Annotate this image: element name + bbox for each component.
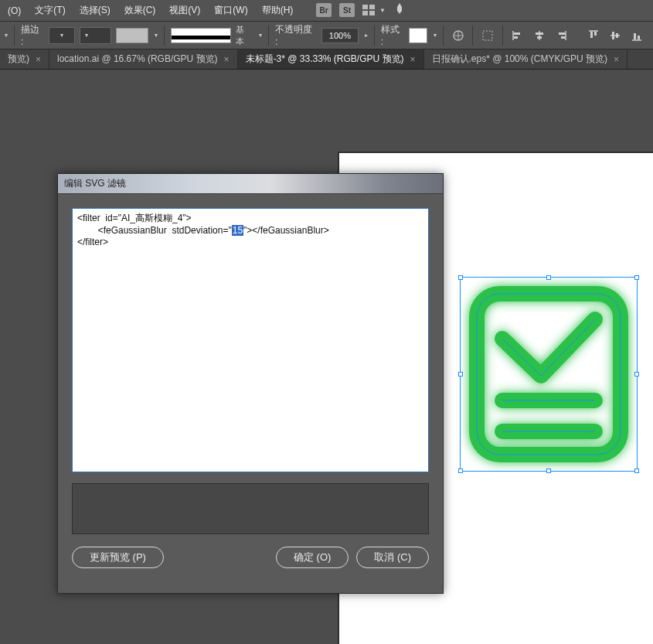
chevron-down-icon[interactable]: ▾ — [434, 32, 437, 39]
stroke-label: 描边 : — [21, 23, 44, 47]
close-icon[interactable]: × — [410, 54, 416, 65]
svg-rect-25 — [638, 36, 640, 39]
selected-object[interactable] — [460, 277, 638, 472]
main-menubar: (O) 文字(T) 选择(S) 效果(C) 视图(V) 窗口(W) 帮助(H) … — [0, 0, 653, 22]
menu-item-window[interactable]: 窗口(W) — [208, 2, 253, 19]
document-tab[interactable]: 预览) × — [0, 49, 49, 69]
selected-text: 15 — [232, 225, 243, 236]
align-vcenter-icon[interactable] — [607, 27, 624, 44]
graphic-style-swatch[interactable] — [409, 28, 427, 43]
align-hcenter-icon[interactable] — [531, 27, 548, 44]
svg-rect-10 — [514, 36, 518, 39]
svg-rect-3 — [369, 11, 375, 15]
stroke-weight-field[interactable]: ▾ — [49, 27, 75, 44]
fill-stroke-dropdown[interactable]: ▾ — [3, 32, 8, 39]
tab-label: 未标题-3* @ 33.33% (RGB/GPU 预览) — [246, 53, 404, 66]
brush-profile-preview[interactable] — [171, 28, 232, 43]
chevron-down-icon[interactable]: ▾ — [155, 32, 158, 39]
align-right-icon[interactable] — [553, 27, 570, 44]
filter-preview-box — [72, 483, 429, 534]
tab-label: 日报确认.eps* @ 100% (CMYK/GPU 预览) — [432, 53, 608, 66]
close-icon[interactable]: × — [224, 54, 230, 65]
stroke-weight-stepper[interactable]: ▾ — [80, 27, 112, 44]
svg-rect-9 — [514, 32, 520, 35]
stock-icon[interactable]: St — [339, 3, 355, 17]
svg-rect-15 — [559, 32, 565, 35]
ok-button[interactable]: 确定 (O) — [276, 547, 349, 568]
opacity-input[interactable] — [321, 28, 359, 43]
menu-item-effect[interactable]: 效果(C) — [118, 2, 162, 19]
style-label: 样式 : — [381, 23, 404, 47]
tab-label: location.ai @ 16.67% (RGB/GPU 预览) — [57, 53, 218, 66]
align-top-icon[interactable] — [585, 27, 602, 44]
stroke-color-swatch[interactable] — [116, 28, 148, 43]
update-preview-button[interactable]: 更新预览 (P) — [72, 547, 164, 568]
cancel-button[interactable]: 取消 (C) — [356, 547, 429, 568]
gpu-performance-icon[interactable] — [393, 2, 406, 18]
svg-rect-24 — [634, 33, 636, 39]
svg-rect-2 — [362, 11, 368, 15]
document-tab[interactable]: 日报确认.eps* @ 100% (CMYK/GPU 预览) × — [424, 49, 628, 69]
bridge-icon[interactable]: Br — [316, 3, 332, 17]
edit-svg-filter-dialog: 编辑 SVG 滤镜 <filter id="AI_高斯模糊_4"> <feGau… — [57, 173, 444, 594]
menu-item-object[interactable]: (O) — [2, 4, 27, 18]
svg-rect-22 — [616, 33, 618, 38]
chevron-down-icon[interactable]: ▸ — [365, 32, 368, 39]
svg-rect-13 — [537, 36, 542, 39]
control-bar: ▾ 描边 : ▾ ▾ ▾ 基本 ▾ 不透明度 : ▸ 样式 : ▾ — [0, 22, 653, 49]
menu-item-type[interactable]: 文字(T) — [29, 2, 71, 19]
svg-rect-21 — [612, 32, 614, 39]
svg-rect-19 — [594, 32, 597, 36]
chevron-down-icon[interactable]: ▾ — [259, 32, 262, 39]
close-icon[interactable]: × — [614, 54, 619, 65]
document-tab[interactable]: location.ai @ 16.67% (RGB/GPU 预览) × — [49, 49, 238, 69]
svg-code-textarea[interactable]: <filter id="AI_高斯模糊_4"> <feGaussianBlur … — [72, 208, 429, 472]
svg-rect-12 — [536, 32, 543, 35]
menu-item-help[interactable]: 帮助(H) — [256, 2, 300, 19]
arrange-documents-icon[interactable]: ▼ — [362, 5, 386, 15]
svg-rect-1 — [369, 5, 375, 9]
brush-profile-label: 基本 — [236, 24, 253, 47]
opacity-label: 不透明度 : — [275, 23, 317, 47]
svg-rect-0 — [362, 5, 368, 9]
align-bottom-icon[interactable] — [628, 27, 645, 44]
svg-rect-16 — [561, 36, 565, 39]
dialog-titlebar[interactable]: 编辑 SVG 滤镜 — [58, 174, 443, 194]
align-left-icon[interactable] — [509, 27, 526, 44]
preferences-icon[interactable] — [479, 27, 496, 44]
close-icon[interactable]: × — [36, 54, 41, 65]
align-controls — [509, 27, 650, 44]
svg-rect-7 — [483, 31, 492, 40]
menu-item-select[interactable]: 选择(S) — [73, 2, 117, 19]
tab-label: 预览) — [8, 53, 29, 66]
document-tab-bar: 预览) × location.ai @ 16.67% (RGB/GPU 预览) … — [0, 49, 653, 70]
svg-rect-18 — [590, 32, 593, 38]
dialog-title: 编辑 SVG 滤镜 — [64, 177, 126, 190]
document-tab[interactable]: 未标题-3* @ 33.33% (RGB/GPU 预览) × — [238, 49, 424, 69]
menu-item-view[interactable]: 视图(V) — [163, 2, 206, 19]
document-setup-icon[interactable] — [450, 27, 467, 44]
